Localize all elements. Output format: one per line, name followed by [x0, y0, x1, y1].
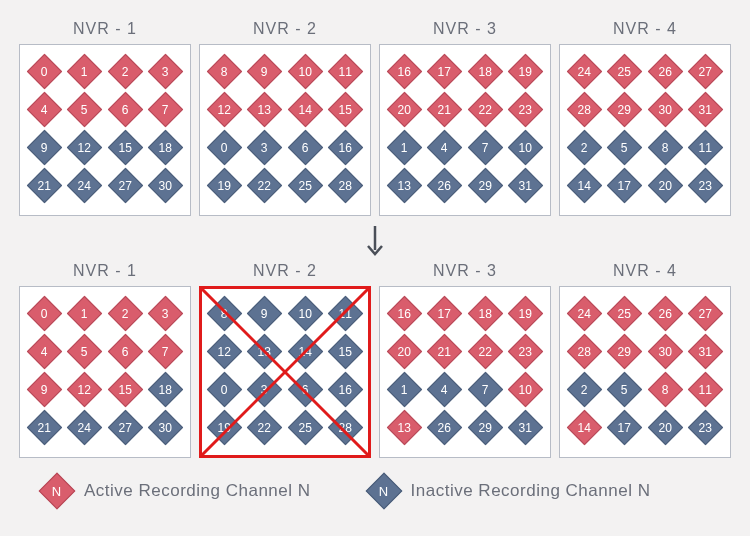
channel-inactive: 17: [607, 168, 642, 203]
nvr-grid: 01234567912151821242730: [19, 44, 191, 216]
nvr-grid-row: 891011: [204, 296, 366, 331]
channel-inactive: 26: [427, 168, 462, 203]
channel-number: 7: [482, 384, 489, 396]
channel-number: 5: [81, 104, 88, 116]
channel-active: 15: [328, 92, 363, 127]
nvr-block: NVR - 424252627282930312581114172023: [559, 20, 731, 216]
legend-active-swatch: N: [39, 473, 76, 510]
nvr-grid-row: 16171819: [384, 296, 546, 331]
channel-number: 23: [699, 179, 712, 191]
channel-active: 12: [207, 92, 242, 127]
channel-number: 19: [218, 421, 231, 433]
channel-active: 24: [567, 54, 602, 89]
nvr-block: NVR - 424252627282930312581114172023: [559, 262, 731, 458]
channel-number: 19: [519, 65, 532, 77]
nvr-grid-row: 0123: [24, 54, 186, 89]
channel-active: 0: [27, 296, 62, 331]
channel-number: 8: [221, 308, 228, 320]
nvr-title: NVR - 1: [73, 262, 137, 280]
channel-number: 5: [81, 346, 88, 358]
channel-number: 30: [159, 179, 172, 191]
channel-inactive: 25: [288, 410, 323, 445]
channel-active: 20: [387, 334, 422, 369]
nvr-grid-wrap: 01234567912151821242730: [19, 44, 191, 216]
channel-inactive: 10: [288, 296, 323, 331]
channel-number: 0: [41, 66, 48, 78]
channel-inactive: 2: [567, 372, 602, 407]
channel-inactive: 19: [207, 168, 242, 203]
channel-inactive: 16: [328, 372, 363, 407]
channel-number: 17: [618, 179, 631, 191]
channel-number: 21: [438, 345, 451, 357]
channel-active: 25: [607, 54, 642, 89]
channel-number: 16: [398, 307, 411, 319]
nvr-grid-wrap: 891011121314150361619222528: [199, 286, 371, 458]
channel-number: 11: [699, 383, 712, 395]
channel-inactive: 7: [468, 372, 503, 407]
channel-inactive: 12: [207, 334, 242, 369]
channel-active: 9: [27, 372, 62, 407]
legend-inactive: N Inactive Recording Channel N: [371, 478, 651, 504]
channel-active: 9: [247, 54, 282, 89]
channel-inactive: 28: [328, 410, 363, 445]
channel-number: 21: [38, 179, 51, 191]
channel-inactive: 6: [288, 130, 323, 165]
channel-number: 8: [662, 142, 669, 154]
channel-number: 11: [339, 307, 352, 319]
channel-number: 7: [162, 104, 169, 116]
channel-number: 7: [162, 346, 169, 358]
channel-active: 11: [328, 54, 363, 89]
channel-active: 30: [648, 334, 683, 369]
channel-number: 0: [221, 384, 228, 396]
channel-inactive: 29: [468, 168, 503, 203]
channel-inactive: 11: [328, 296, 363, 331]
nvr-grid-row: 21242730: [24, 168, 186, 203]
channel-number: 24: [78, 179, 91, 191]
nvr-grid-row: 19222528: [204, 168, 366, 203]
channel-active: 27: [688, 54, 723, 89]
channel-number: 15: [339, 345, 352, 357]
channel-inactive: 27: [108, 168, 143, 203]
channel-number: 2: [581, 384, 588, 396]
channel-inactive: 9: [247, 296, 282, 331]
channel-number: 28: [339, 421, 352, 433]
channel-number: 13: [258, 103, 271, 115]
channel-inactive: 27: [108, 410, 143, 445]
channel-number: 26: [659, 65, 672, 77]
channel-active: 26: [648, 54, 683, 89]
channel-number: 1: [401, 384, 408, 396]
channel-inactive: 3: [247, 130, 282, 165]
channel-active: 18: [468, 54, 503, 89]
channel-number: 4: [41, 346, 48, 358]
channel-number: 6: [122, 346, 129, 358]
channel-number: 13: [398, 421, 411, 433]
channel-inactive: 19: [207, 410, 242, 445]
channel-active: 30: [648, 92, 683, 127]
channel-active: 1: [67, 296, 102, 331]
channel-active: 7: [148, 92, 183, 127]
channel-number: 9: [261, 66, 268, 78]
nvr-block: NVR - 101234567912151821242730: [19, 262, 191, 458]
channel-active: 22: [468, 92, 503, 127]
channel-active: 25: [607, 296, 642, 331]
channel-active: 4: [27, 334, 62, 369]
channel-active: 22: [468, 334, 503, 369]
channel-inactive: 18: [148, 130, 183, 165]
channel-number: 10: [299, 307, 312, 319]
state-after-row: NVR - 101234567912151821242730NVR - 2891…: [19, 262, 731, 458]
nvr-grid: 16171819202122231471013262931: [379, 286, 551, 458]
channel-number: 0: [41, 308, 48, 320]
legend-active-swatch-label: N: [52, 484, 61, 497]
channel-number: 13: [398, 179, 411, 191]
channel-number: 7: [482, 142, 489, 154]
channel-number: 9: [41, 384, 48, 396]
channel-number: 1: [401, 142, 408, 154]
legend-active-label: Active Recording Channel N: [84, 481, 311, 501]
nvr-block: NVR - 2891011121314150361619222528: [199, 262, 371, 458]
channel-inactive: 21: [27, 168, 62, 203]
nvr-grid: 24252627282930312581114172023: [559, 44, 731, 216]
channel-active: 6: [108, 334, 143, 369]
nvr-grid-row: 28293031: [564, 334, 726, 369]
channel-active: 19: [508, 296, 543, 331]
channel-number: 14: [299, 103, 312, 115]
